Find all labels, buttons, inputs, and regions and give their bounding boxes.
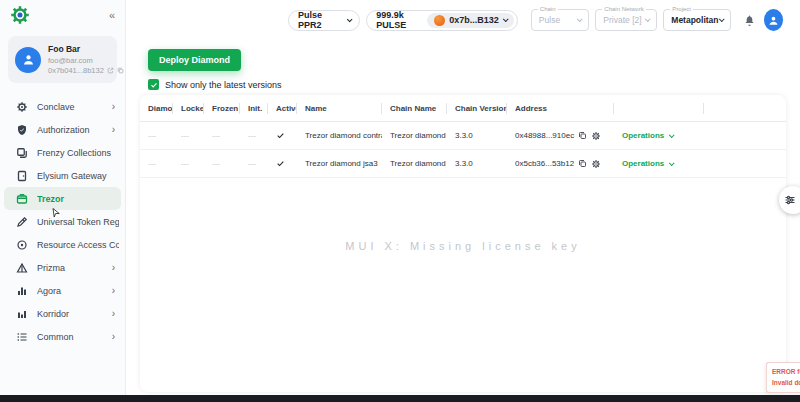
cell-init: ---: [240, 131, 268, 140]
table-row[interactable]: --- --- --- --- Trezor diamond contract …: [140, 122, 786, 150]
chevron-right-icon: ›: [112, 262, 119, 273]
sidebar-item-korridor[interactable]: Korridor ›: [0, 302, 125, 325]
column-header-locked[interactable]: Locked: [173, 95, 204, 121]
account-avatar[interactable]: [764, 9, 783, 31]
error-toast[interactable]: ERROR fo Invalid do: [766, 362, 800, 393]
sidebar-item-agora[interactable]: Agora ›: [0, 279, 125, 302]
chevron-down-icon: [669, 160, 675, 166]
chain-network-select-label: Chain Network: [602, 6, 645, 12]
column-header-frozen[interactable]: Frozen: [204, 95, 240, 121]
sidebar-item-label: Prizma: [37, 263, 103, 273]
sidebar: « Foo Bar foo@bar.com 0x7b041...8b132 Co…: [0, 0, 126, 395]
cell-init: ---: [240, 159, 268, 168]
chevron-down-icon: [645, 16, 651, 22]
wallet-balance-chip[interactable]: 999.9k PULSE 0x7b...B132: [366, 10, 518, 31]
column-header-address[interactable]: Address: [507, 95, 614, 121]
list-icon: [16, 331, 28, 343]
cell-address: 0x48988...910ec: [515, 131, 574, 140]
sidebar-collapse-icon[interactable]: «: [109, 9, 115, 21]
app-version-label: Pulse PPR2: [298, 10, 342, 30]
badge-gear-icon: [16, 101, 28, 113]
checkbox-checked[interactable]: [148, 79, 159, 90]
settings-gear-icon[interactable]: [591, 159, 601, 169]
balance-label: 999.9k PULSE: [376, 10, 418, 30]
mouse-cursor-icon: [50, 207, 62, 219]
table-row[interactable]: --- --- --- --- Trezor diamond jsa3 Trez…: [140, 150, 786, 178]
external-link-icon[interactable]: [107, 67, 114, 74]
chevron-down-icon: [718, 16, 724, 22]
sidebar-item-label: Resource Access Controller: [37, 240, 119, 250]
chevron-right-icon: ›: [112, 308, 119, 319]
sidebar-item-conclave[interactable]: Conclave ›: [0, 95, 125, 118]
sidebar-item-label: Authorization: [37, 125, 103, 135]
chevron-down-icon: [503, 16, 509, 22]
chain-select-label: Chain: [538, 6, 558, 12]
latest-versions-filter[interactable]: Show only the latest versions: [148, 79, 282, 90]
column-header-diamond[interactable]: Diamond: [140, 95, 173, 121]
chevron-down-icon: [346, 17, 351, 22]
settings-gear-icon[interactable]: [591, 131, 601, 141]
sidebar-item-label: Common: [37, 332, 103, 342]
sidebar-item-label: Frenzy Collections: [37, 148, 119, 158]
copy-icon[interactable]: [117, 67, 124, 74]
notifications-bell-icon[interactable]: [743, 14, 756, 27]
top-header: Pulse PPR2 999.9k PULSE 0x7b...B132 Chai…: [126, 0, 800, 40]
operations-dropdown[interactable]: Operations: [622, 159, 673, 168]
app-logo-gear-icon: [10, 5, 30, 25]
chevron-right-icon: ›: [112, 285, 119, 296]
chain-select[interactable]: Chain Pulse: [531, 9, 589, 31]
user-card[interactable]: Foo Bar foo@bar.com 0x7b041...8b132: [8, 36, 117, 83]
column-header-init[interactable]: Init.: [240, 95, 268, 121]
user-wallet-address: 0x7b041...8b132: [48, 66, 104, 75]
project-select[interactable]: Project Metapolitan: [663, 9, 730, 31]
chevron-down-icon: [577, 16, 583, 22]
column-header-chain-version[interactable]: Chain Version: [447, 95, 507, 121]
project-select-value: Metapolitan: [671, 15, 718, 25]
cell-frozen: ---: [204, 159, 240, 168]
sidebar-item-elysium-gateway[interactable]: Elysium Gateway: [0, 164, 125, 187]
operations-dropdown[interactable]: Operations: [622, 131, 673, 140]
copy-icon[interactable]: [578, 159, 587, 168]
cell-chain-version: 3.3.0: [447, 159, 507, 168]
chain-network-select[interactable]: Chain Network Private [2]: [595, 9, 657, 31]
user-name: Foo Bar: [48, 44, 124, 54]
app-version-chip[interactable]: Pulse PPR2: [288, 10, 360, 31]
sidebar-item-resource-access-controller[interactable]: Resource Access Controller: [0, 233, 125, 256]
diamonds-table-card: Diamond Locked Frozen Init. Active Name …: [140, 95, 786, 392]
operations-label: Operations: [622, 131, 664, 140]
project-select-label: Project: [670, 6, 693, 12]
sidebar-item-label: Trezor: [37, 194, 115, 204]
chevron-right-icon: ›: [112, 124, 119, 135]
user-email: foo@bar.com: [48, 56, 124, 65]
sidebar-item-label: Elysium Gateway: [37, 171, 119, 181]
sidebar-item-label: Agora: [37, 286, 103, 296]
grid-settings-fab[interactable]: [779, 186, 800, 214]
column-header-active[interactable]: Active: [268, 95, 297, 121]
sidebar-item-universal-token-registry[interactable]: Universal Token Registry: [0, 210, 125, 233]
deploy-diamond-button[interactable]: Deploy Diamond: [148, 49, 241, 71]
operations-label: Operations: [622, 159, 664, 168]
sidebar-item-trezor[interactable]: Trezor: [4, 187, 121, 210]
column-header-chain-name[interactable]: Chain Name: [382, 95, 447, 121]
gateway-icon: [16, 170, 28, 182]
column-header-name[interactable]: Name: [297, 95, 382, 121]
user-avatar: [15, 47, 41, 73]
collections-icon: [16, 147, 28, 159]
sidebar-item-label: Conclave: [37, 102, 103, 112]
copy-icon[interactable]: [578, 131, 587, 140]
wallet-address-pill[interactable]: 0x7b...B132: [427, 13, 514, 28]
mui-watermark: MUI X: Missing license key: [140, 240, 786, 252]
column-header-operations: [614, 95, 704, 121]
sidebar-item-authorization[interactable]: Authorization ›: [0, 118, 125, 141]
sidebar-item-frenzy-collections[interactable]: Frenzy Collections: [0, 141, 125, 164]
bar-chart-icon: [16, 308, 28, 320]
bottom-bar: [0, 395, 800, 402]
cell-name: Trezor diamond contract t...: [297, 131, 382, 140]
prism-icon: [16, 262, 28, 274]
sidebar-item-common[interactable]: Common ›: [0, 325, 125, 348]
column-header-spacer: [704, 95, 786, 121]
sidebar-item-prizma[interactable]: Prizma ›: [0, 256, 125, 279]
chevron-right-icon: ›: [112, 101, 119, 112]
bar-chart-icon: [16, 285, 28, 297]
check-icon: [276, 131, 285, 140]
